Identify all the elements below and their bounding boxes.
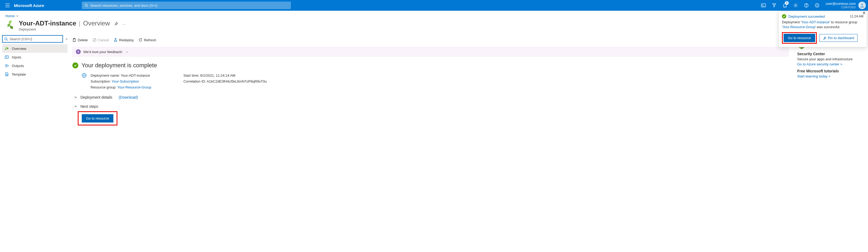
- toast-deployment-link[interactable]: Your-ADT-instance: [802, 20, 829, 24]
- svg-marker-7: [773, 4, 776, 7]
- account-info[interactable]: user@contoso.com CONTOSO: [826, 2, 856, 9]
- breadcrumb-home[interactable]: Home: [5, 14, 15, 18]
- main-content: Delete Cancel Redeploy Refresh We'd love…: [70, 34, 793, 131]
- status-message: Your deployment is complete: [82, 62, 157, 69]
- refresh-icon: [138, 38, 142, 42]
- redeploy-button[interactable]: Redeploy: [114, 38, 134, 42]
- subscription-link[interactable]: Your-Subscription: [112, 80, 139, 83]
- global-search-placeholder: Search resources, services, and docs (G+…: [90, 3, 157, 7]
- notifications-icon[interactable]: 2: [779, 0, 790, 11]
- svg-rect-23: [6, 47, 7, 48]
- svg-point-3: [85, 4, 87, 6]
- sidebar-item-label: Overview: [12, 46, 26, 51]
- start-time-value: 6/2/2021, 11:24:14 AM: [200, 73, 235, 77]
- notification-badge: 2: [785, 1, 789, 5]
- sidebar-item-overview[interactable]: Overview: [2, 44, 67, 53]
- inputs-icon: [4, 56, 9, 59]
- svg-rect-21: [5, 49, 6, 50]
- resource-icon: [5, 20, 16, 30]
- topbar-actions: 2: [758, 0, 823, 11]
- sidebar-search-placeholder: Search (Ctrl+/): [9, 37, 32, 41]
- resource-group-link[interactable]: Your-Resource-Group: [117, 85, 151, 89]
- page-header: Your-ADT-instance | Overview ··· Deploym…: [0, 18, 868, 34]
- feedback-banner[interactable]: We'd love your feedback! →: [72, 47, 789, 57]
- svg-rect-18: [9, 20, 11, 24]
- sidebar-item-label: Template: [12, 72, 26, 76]
- cloud-shell-icon[interactable]: [758, 0, 769, 11]
- svg-point-13: [816, 5, 816, 5]
- svg-marker-33: [77, 51, 80, 53]
- sidebar-item-label: Outputs: [12, 64, 24, 68]
- download-link[interactable]: (Download): [119, 95, 138, 99]
- help-icon[interactable]: [801, 0, 812, 11]
- sidebar-item-label: Inputs: [12, 55, 21, 59]
- tutorials-tile: Free Microsoft tutorials Start learning …: [797, 69, 864, 78]
- deployment-details: Deployment name: Your-ADT-instance Subsc…: [82, 73, 789, 90]
- security-center-link[interactable]: Go to Azure security center >: [797, 62, 842, 66]
- cancel-button: Cancel: [93, 38, 109, 42]
- pin-icon: [823, 36, 826, 40]
- command-bar: Delete Cancel Redeploy Refresh: [72, 35, 789, 45]
- more-icon[interactable]: ···: [122, 22, 125, 26]
- svg-line-4: [87, 6, 88, 7]
- sidebar-item-template[interactable]: Template: [2, 70, 67, 78]
- next-steps-toggle[interactable]: Next steps: [74, 104, 789, 108]
- topbar: Microsoft Azure Search resources, servic…: [0, 0, 868, 11]
- account-email: user@contoso.com: [826, 2, 856, 6]
- directory-filter-icon[interactable]: [769, 0, 779, 11]
- toast-title: Deployment succeeded: [788, 14, 825, 19]
- svg-rect-17: [10, 26, 13, 29]
- go-to-resource-button[interactable]: Go to resource: [82, 114, 114, 123]
- account-org: CONTOSO: [826, 6, 856, 9]
- refresh-button[interactable]: Refresh: [138, 38, 156, 42]
- svg-point-11: [806, 6, 806, 6]
- cancel-icon: [93, 38, 96, 42]
- chevron-up-icon: [74, 105, 78, 108]
- avatar[interactable]: [858, 2, 866, 9]
- pin-icon[interactable]: [114, 22, 118, 26]
- highlight-box: Go to resource: [782, 32, 817, 44]
- sidebar-item-outputs[interactable]: Outputs: [2, 61, 67, 70]
- svg-point-12: [815, 3, 819, 7]
- success-icon: [782, 14, 786, 19]
- redeploy-icon: [114, 38, 117, 42]
- outputs-icon: [4, 64, 9, 67]
- resource-name: Your-ADT-instance: [19, 20, 76, 27]
- template-icon: [4, 72, 9, 76]
- correlation-id-value: A1bC2dE3fH4iJ5kL6mN7oP8qR9sT0u: [207, 80, 267, 83]
- search-icon: [4, 37, 8, 41]
- delete-button[interactable]: Delete: [72, 38, 88, 42]
- pin-to-dashboard-button[interactable]: Pin to dashboard: [819, 34, 858, 42]
- feedback-icon: [76, 49, 81, 54]
- toast-go-to-resource-button[interactable]: Go to resource: [783, 34, 815, 42]
- page-section: Overview: [83, 20, 110, 27]
- feedback-text: We'd love your feedback!: [83, 50, 122, 54]
- svg-line-31: [94, 39, 96, 41]
- brand[interactable]: Microsoft Azure: [14, 3, 44, 8]
- global-search[interactable]: Search resources, services, and docs (G+…: [82, 2, 291, 9]
- deployment-name-value: Your-ADT-instance: [121, 73, 150, 77]
- close-icon[interactable]: ×: [862, 10, 866, 16]
- deployment-details-toggle[interactable]: Deployment details (Download): [74, 95, 789, 99]
- breadcrumb: Home >: [0, 11, 868, 18]
- deployment-status: Your deployment is complete: [72, 62, 789, 69]
- settings-icon[interactable]: [790, 0, 801, 11]
- svg-point-19: [5, 37, 7, 40]
- overview-icon: [4, 46, 9, 51]
- svg-rect-5: [761, 4, 766, 7]
- sidebar-search[interactable]: Search (Ctrl+/): [2, 35, 63, 43]
- security-center-title: Security Center: [797, 52, 864, 56]
- toast-rg-link[interactable]: Your-Resource-Group: [782, 25, 815, 29]
- sidebar: Search (Ctrl+/) « Overview Inputs Output…: [0, 34, 70, 131]
- arrow-right-icon: →: [125, 50, 128, 54]
- globe-icon: [82, 73, 87, 78]
- sidebar-item-inputs[interactable]: Inputs: [2, 53, 67, 61]
- menu-icon[interactable]: [2, 0, 13, 11]
- chevron-down-icon: [74, 96, 78, 99]
- tutorials-link[interactable]: Start learning today >: [797, 74, 831, 78]
- right-pane: Security Center Secure your apps and inf…: [793, 34, 868, 131]
- svg-point-14: [817, 5, 818, 5]
- collapse-sidebar-icon[interactable]: «: [66, 37, 67, 41]
- chevron-right-icon: >: [17, 14, 19, 18]
- feedback-icon[interactable]: [812, 0, 823, 11]
